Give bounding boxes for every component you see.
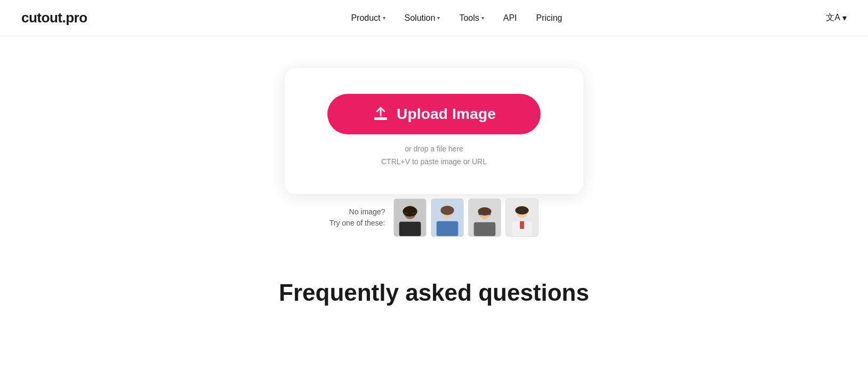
chevron-down-icon: ▾ [481, 15, 484, 21]
svg-point-23 [516, 206, 529, 214]
svg-rect-11 [437, 221, 459, 236]
svg-point-12 [441, 205, 454, 214]
language-button[interactable]: 文A ▾ [826, 12, 847, 23]
nav-product[interactable]: Product ▾ [343, 9, 392, 27]
sample-image-2[interactable] [431, 198, 464, 237]
svg-rect-22 [520, 221, 524, 229]
upload-icon [372, 106, 389, 123]
faq-title: Frequently asked questions [279, 279, 589, 306]
nav-pricing[interactable]: Pricing [529, 9, 570, 27]
nav-solution-label: Solution [405, 13, 436, 23]
nav-solution[interactable]: Solution ▾ [397, 9, 448, 27]
sample-images [393, 198, 539, 237]
svg-rect-17 [479, 213, 483, 215]
svg-rect-15 [474, 222, 496, 236]
logo[interactable]: cutout.pro [21, 10, 87, 26]
main-content: Upload Image or drop a file here CTRL+V … [0, 36, 868, 338]
header: cutout.pro Product ▾ Solution ▾ Tools ▾ … [0, 0, 868, 36]
svg-point-6 [403, 206, 417, 216]
drop-hint: or drop a file here [381, 143, 487, 156]
upload-card: Upload Image or drop a file here CTRL+V … [285, 68, 583, 194]
header-right: 文A ▾ [826, 12, 847, 23]
nav-product-label: Product [351, 13, 380, 23]
nav: Product ▾ Solution ▾ Tools ▾ API Pricing [343, 9, 569, 27]
faq-section: Frequently asked questions [279, 279, 589, 306]
chevron-down-icon: ▾ [437, 15, 440, 21]
chevron-down-icon: ▾ [383, 15, 385, 21]
upload-button[interactable]: Upload Image [327, 94, 541, 134]
sample-label: No image? Try one of these: [329, 206, 385, 229]
upload-hint: or drop a file here CTRL+V to paste imag… [381, 143, 487, 169]
sample-row: No image? Try one of these: [329, 198, 539, 237]
svg-rect-7 [404, 212, 408, 214]
nav-api[interactable]: API [496, 9, 525, 27]
upload-button-label: Upload Image [397, 106, 496, 123]
nav-pricing-label: Pricing [536, 13, 562, 23]
svg-rect-8 [412, 212, 416, 214]
svg-rect-2 [374, 118, 387, 120]
sample-image-1[interactable] [393, 198, 427, 237]
paste-hint: CTRL+V to paste image or URL [381, 156, 487, 169]
nav-api-label: API [503, 13, 517, 23]
nav-tools[interactable]: Tools ▾ [452, 9, 491, 27]
sample-image-3[interactable] [468, 198, 501, 237]
nav-tools-label: Tools [459, 13, 479, 23]
chevron-down-icon: ▾ [842, 13, 847, 23]
svg-rect-18 [487, 213, 491, 215]
lang-label: 文A [826, 12, 840, 23]
svg-rect-5 [399, 221, 421, 236]
sample-image-4[interactable] [505, 198, 539, 237]
